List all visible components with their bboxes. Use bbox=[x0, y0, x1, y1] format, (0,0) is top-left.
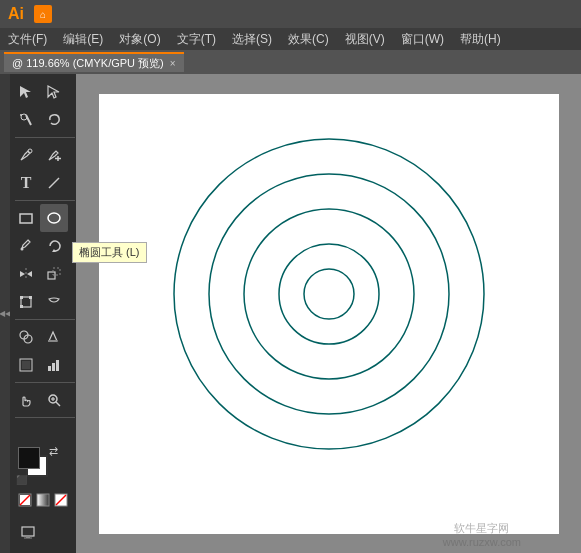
menu-object[interactable]: 对象(O) bbox=[111, 28, 168, 50]
tool-row-1 bbox=[12, 78, 74, 106]
svg-rect-16 bbox=[20, 296, 23, 299]
app-logo: Ai bbox=[8, 5, 24, 23]
tool-row-7 bbox=[12, 260, 74, 288]
svg-point-40 bbox=[174, 139, 484, 449]
svg-point-9 bbox=[48, 213, 60, 223]
canvas-area[interactable]: 软牛星字网 www.ruzxw.com bbox=[76, 74, 581, 553]
separator-5 bbox=[15, 417, 75, 418]
svg-rect-21 bbox=[48, 340, 57, 342]
tool-row-9 bbox=[12, 323, 74, 351]
menu-file[interactable]: 文件(F) bbox=[0, 28, 55, 50]
separator-4 bbox=[15, 382, 75, 383]
tab-label: @ 119.66% (CMYK/GPU 预览) bbox=[12, 56, 164, 71]
graph-tool-button[interactable] bbox=[40, 351, 68, 379]
svg-rect-18 bbox=[20, 305, 23, 308]
menu-edit[interactable]: 编辑(E) bbox=[55, 28, 111, 50]
tab-document[interactable]: @ 119.66% (CMYK/GPU 预览) × bbox=[4, 52, 184, 72]
color-section: ⇄ ⬛ bbox=[12, 441, 74, 513]
main-area: ◀◀ bbox=[0, 74, 581, 553]
tool-row-5 bbox=[12, 204, 74, 232]
magic-wand-tool-button[interactable] bbox=[12, 106, 40, 134]
menu-text[interactable]: 文字(T) bbox=[169, 28, 224, 50]
menu-window[interactable]: 窗口(W) bbox=[393, 28, 452, 50]
fill-color-box[interactable] bbox=[18, 447, 40, 469]
reflect-tool-button[interactable] bbox=[12, 260, 40, 288]
tab-close-button[interactable]: × bbox=[170, 58, 176, 69]
svg-rect-8 bbox=[20, 214, 32, 223]
menu-bar: 文件(F) 编辑(E) 对象(O) 文字(T) 选择(S) 效果(C) 视图(V… bbox=[0, 28, 581, 50]
tool-row-3 bbox=[12, 141, 74, 169]
home-icon[interactable]: ⌂ bbox=[34, 5, 52, 23]
toolbar-collapse-handle[interactable]: ◀◀ bbox=[0, 74, 10, 553]
title-bar: Ai ⌂ bbox=[0, 0, 581, 28]
tab-bar: @ 119.66% (CMYK/GPU 预览) × bbox=[0, 50, 581, 74]
color-mode-row bbox=[16, 491, 70, 509]
rectangle-tool-button[interactable] bbox=[12, 204, 40, 232]
menu-view[interactable]: 视图(V) bbox=[337, 28, 393, 50]
toolbar: T 椭圆工具 (L) bbox=[10, 74, 76, 553]
svg-point-10 bbox=[21, 248, 24, 251]
swap-colors-icon[interactable]: ⇄ bbox=[49, 445, 58, 458]
direct-selection-tool-button[interactable] bbox=[40, 78, 68, 106]
tool-row-8 bbox=[12, 288, 74, 316]
tool-row-11 bbox=[12, 386, 74, 414]
svg-point-44 bbox=[304, 269, 354, 319]
lasso-tool-button[interactable] bbox=[40, 106, 68, 134]
drawing-canvas[interactable] bbox=[99, 94, 559, 534]
separator-1 bbox=[15, 137, 75, 138]
svg-rect-26 bbox=[56, 360, 59, 371]
screen-mode-row bbox=[14, 517, 42, 545]
svg-rect-37 bbox=[22, 527, 34, 536]
svg-rect-23 bbox=[22, 361, 30, 369]
add-anchor-tool-button[interactable] bbox=[40, 141, 68, 169]
ellipse-tool-button[interactable] bbox=[40, 204, 68, 232]
svg-point-42 bbox=[244, 209, 414, 379]
none-mode-button[interactable] bbox=[52, 491, 70, 509]
svg-rect-25 bbox=[52, 363, 55, 371]
free-transform-button[interactable] bbox=[12, 288, 40, 316]
separator-2 bbox=[15, 200, 75, 201]
gradient-mode-button[interactable] bbox=[34, 491, 52, 509]
screen-mode-button[interactable] bbox=[14, 517, 42, 545]
selection-tool-button[interactable] bbox=[12, 78, 40, 106]
line-tool-button[interactable] bbox=[40, 169, 68, 197]
svg-rect-17 bbox=[29, 296, 32, 299]
menu-select[interactable]: 选择(S) bbox=[224, 28, 280, 50]
separator-3 bbox=[15, 319, 75, 320]
scale-tool-button[interactable] bbox=[40, 260, 68, 288]
zoom-tool-button[interactable] bbox=[40, 386, 68, 414]
svg-rect-24 bbox=[48, 366, 51, 371]
default-colors-icon[interactable]: ⬛ bbox=[16, 475, 27, 485]
live-paint-bucket-button[interactable] bbox=[40, 323, 68, 351]
paintbrush-tool-button[interactable] bbox=[12, 232, 40, 260]
pen-tool-button[interactable] bbox=[12, 141, 40, 169]
svg-rect-34 bbox=[37, 494, 49, 506]
watermark: 软牛星字网 www.ruzxw.com bbox=[443, 521, 521, 548]
svg-point-41 bbox=[209, 174, 449, 414]
artwork-svg bbox=[99, 94, 559, 534]
shape-builder-button[interactable] bbox=[12, 323, 40, 351]
type-tool-button[interactable]: T bbox=[12, 169, 40, 197]
tool-row-10 bbox=[12, 351, 74, 379]
svg-line-28 bbox=[56, 402, 60, 406]
rotate-tool-button[interactable] bbox=[40, 232, 68, 260]
menu-help[interactable]: 帮助(H) bbox=[452, 28, 509, 50]
svg-line-7 bbox=[49, 178, 59, 188]
artboard-tool-button[interactable] bbox=[12, 351, 40, 379]
tool-row-4: T bbox=[12, 169, 74, 197]
tool-row-6 bbox=[12, 232, 74, 260]
svg-point-43 bbox=[279, 244, 379, 344]
warp-tool-button[interactable] bbox=[40, 288, 68, 316]
menu-effect[interactable]: 效果(C) bbox=[280, 28, 337, 50]
color-mode-button[interactable] bbox=[16, 491, 34, 509]
tool-row-2 bbox=[12, 106, 74, 134]
hand-tool-button[interactable] bbox=[12, 386, 40, 414]
